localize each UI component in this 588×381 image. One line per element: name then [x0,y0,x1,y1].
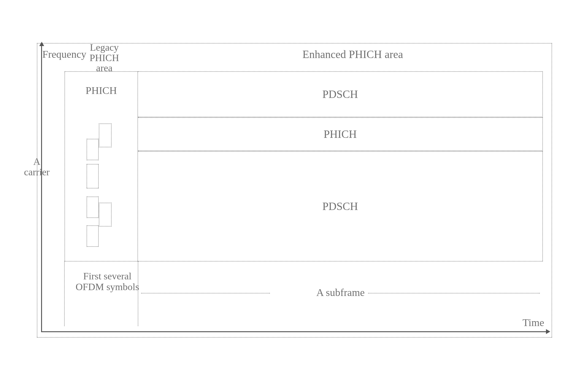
enhanced-row-phich: PHICH [138,117,543,151]
legacy-phich-column: PHICH [64,71,138,262]
diagram-canvas: Frequency Time LegacyPHICHarea Enhanced … [37,43,552,338]
plot-region: PHICH PDSCH PHICH PDSCH [64,71,543,262]
y-axis [41,44,42,332]
y-axis-arrow-icon [39,42,44,46]
x-axis-arrow-icon [546,329,550,334]
enhanced-area: PDSCH PHICH PDSCH [138,71,543,262]
subframe-label: A subframe [138,287,543,298]
time-span-labels: First severalOFDM symbols A subframe [64,265,543,308]
legacy-phich-header: LegacyPHICHarea [77,42,132,73]
carrier-label: Acarrier [12,157,61,177]
legacy-reg-box [86,139,99,160]
enhanced-row-pdsch-top: PDSCH [138,71,543,117]
legacy-reg-box [86,164,99,189]
legacy-reg-box [99,123,112,147]
legacy-phich-text: PHICH [65,85,137,96]
legacy-reg-box [99,203,112,227]
enhanced-phich-header: Enhanced PHICH area [199,48,506,61]
subframe-span-line [368,293,540,294]
x-axis-label: Time [522,317,544,329]
legacy-reg-box [86,196,99,218]
enhanced-row-pdsch-bottom: PDSCH [138,151,543,262]
x-axis [41,331,547,332]
legacy-reg-box [86,225,99,247]
